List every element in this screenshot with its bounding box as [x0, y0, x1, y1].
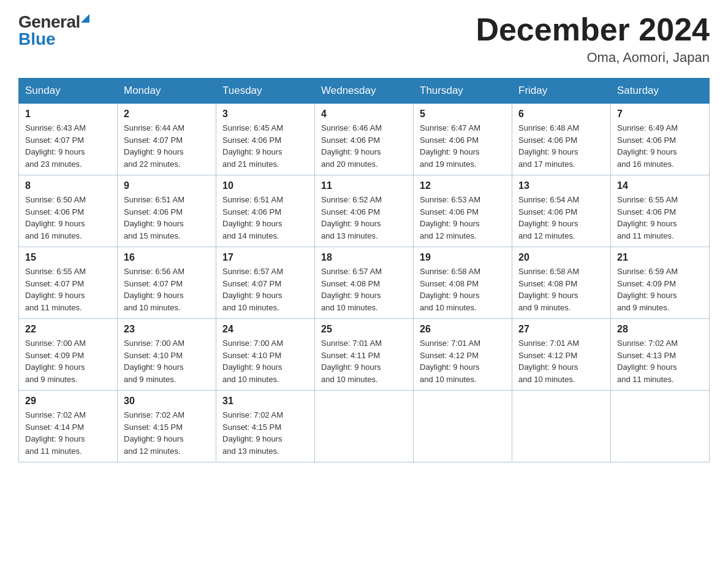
day-info: Sunrise: 7:00 AM Sunset: 4:10 PM Dayligh…	[124, 337, 210, 385]
calendar-week-row: 22 Sunrise: 7:00 AM Sunset: 4:09 PM Dayl…	[19, 319, 710, 391]
day-number: 26	[420, 324, 506, 335]
calendar-header-row: SundayMondayTuesdayWednesdayThursdayFrid…	[19, 79, 710, 104]
day-number: 6	[518, 109, 604, 120]
day-number: 21	[617, 252, 703, 263]
page-header: General Blue December 2024 Oma, Aomori, …	[18, 12, 710, 66]
day-info: Sunrise: 6:59 AM Sunset: 4:09 PM Dayligh…	[617, 266, 703, 313]
day-info: Sunrise: 7:02 AM Sunset: 4:13 PM Dayligh…	[617, 337, 703, 385]
day-number: 1	[25, 109, 111, 120]
day-number: 24	[222, 324, 308, 335]
day-number: 15	[25, 252, 111, 263]
day-number: 27	[518, 324, 604, 335]
calendar-day-cell: 4 Sunrise: 6:46 AM Sunset: 4:06 PM Dayli…	[315, 104, 414, 175]
day-info: Sunrise: 6:57 AM Sunset: 4:07 PM Dayligh…	[222, 266, 308, 313]
day-number: 2	[124, 109, 210, 120]
calendar-day-cell	[414, 391, 512, 462]
calendar-day-cell: 25 Sunrise: 7:01 AM Sunset: 4:11 PM Dayl…	[315, 319, 414, 391]
day-info: Sunrise: 6:53 AM Sunset: 4:06 PM Dayligh…	[420, 194, 506, 242]
calendar-day-cell: 6 Sunrise: 6:48 AM Sunset: 4:06 PM Dayli…	[512, 104, 611, 175]
day-info: Sunrise: 7:00 AM Sunset: 4:09 PM Dayligh…	[25, 337, 111, 385]
day-number: 4	[321, 109, 407, 120]
calendar-day-cell: 31 Sunrise: 7:02 AM Sunset: 4:15 PM Dayl…	[216, 391, 315, 462]
day-number: 18	[321, 252, 407, 263]
calendar-day-cell: 28 Sunrise: 7:02 AM Sunset: 4:13 PM Dayl…	[611, 319, 710, 391]
day-number: 19	[420, 252, 506, 263]
calendar-day-cell: 23 Sunrise: 7:00 AM Sunset: 4:10 PM Dayl…	[118, 319, 216, 391]
calendar-day-cell: 7 Sunrise: 6:49 AM Sunset: 4:06 PM Dayli…	[611, 104, 710, 175]
day-info: Sunrise: 6:55 AM Sunset: 4:06 PM Dayligh…	[617, 194, 703, 242]
day-info: Sunrise: 6:56 AM Sunset: 4:07 PM Dayligh…	[124, 266, 210, 313]
weekday-header: Wednesday	[315, 79, 414, 104]
day-info: Sunrise: 6:51 AM Sunset: 4:06 PM Dayligh…	[222, 194, 308, 242]
logo: General Blue	[18, 12, 89, 49]
weekday-header: Monday	[118, 79, 216, 104]
day-number: 31	[222, 396, 308, 407]
calendar-day-cell: 27 Sunrise: 7:01 AM Sunset: 4:12 PM Dayl…	[512, 319, 611, 391]
calendar-day-cell: 20 Sunrise: 6:58 AM Sunset: 4:08 PM Dayl…	[512, 247, 611, 319]
calendar-day-cell: 22 Sunrise: 7:00 AM Sunset: 4:09 PM Dayl…	[19, 319, 118, 391]
calendar-week-row: 15 Sunrise: 6:55 AM Sunset: 4:07 PM Dayl…	[19, 247, 710, 319]
day-number: 8	[25, 180, 111, 191]
logo-triangle-icon	[81, 14, 89, 23]
weekday-header: Sunday	[19, 79, 118, 104]
day-number: 25	[321, 324, 407, 335]
calendar-day-cell: 21 Sunrise: 6:59 AM Sunset: 4:09 PM Dayl…	[611, 247, 710, 319]
calendar-day-cell: 12 Sunrise: 6:53 AM Sunset: 4:06 PM Dayl…	[414, 175, 512, 247]
calendar-day-cell	[512, 391, 611, 462]
day-number: 10	[222, 180, 308, 191]
calendar-day-cell: 19 Sunrise: 6:58 AM Sunset: 4:08 PM Dayl…	[414, 247, 512, 319]
day-info: Sunrise: 6:58 AM Sunset: 4:08 PM Dayligh…	[420, 266, 506, 313]
calendar-day-cell: 24 Sunrise: 7:00 AM Sunset: 4:10 PM Dayl…	[216, 319, 315, 391]
day-info: Sunrise: 6:46 AM Sunset: 4:06 PM Dayligh…	[321, 122, 407, 170]
day-number: 13	[518, 180, 604, 191]
day-number: 16	[124, 252, 210, 263]
calendar-day-cell: 17 Sunrise: 6:57 AM Sunset: 4:07 PM Dayl…	[216, 247, 315, 319]
calendar-day-cell: 16 Sunrise: 6:56 AM Sunset: 4:07 PM Dayl…	[118, 247, 216, 319]
calendar-day-cell: 15 Sunrise: 6:55 AM Sunset: 4:07 PM Dayl…	[19, 247, 118, 319]
day-info: Sunrise: 6:44 AM Sunset: 4:07 PM Dayligh…	[124, 122, 210, 170]
day-number: 11	[321, 180, 407, 191]
location-title: Oma, Aomori, Japan	[476, 50, 710, 66]
calendar-week-row: 1 Sunrise: 6:43 AM Sunset: 4:07 PM Dayli…	[19, 104, 710, 175]
calendar-day-cell: 26 Sunrise: 7:01 AM Sunset: 4:12 PM Dayl…	[414, 319, 512, 391]
day-info: Sunrise: 6:47 AM Sunset: 4:06 PM Dayligh…	[420, 122, 506, 170]
calendar-week-row: 8 Sunrise: 6:50 AM Sunset: 4:06 PM Dayli…	[19, 175, 710, 247]
day-info: Sunrise: 6:55 AM Sunset: 4:07 PM Dayligh…	[25, 266, 111, 313]
calendar-day-cell: 9 Sunrise: 6:51 AM Sunset: 4:06 PM Dayli…	[118, 175, 216, 247]
weekday-header: Friday	[512, 79, 611, 104]
day-info: Sunrise: 6:45 AM Sunset: 4:06 PM Dayligh…	[222, 122, 308, 170]
calendar-day-cell: 1 Sunrise: 6:43 AM Sunset: 4:07 PM Dayli…	[19, 104, 118, 175]
day-number: 29	[25, 396, 111, 407]
calendar-day-cell: 14 Sunrise: 6:55 AM Sunset: 4:06 PM Dayl…	[611, 175, 710, 247]
day-number: 28	[617, 324, 703, 335]
calendar-table: SundayMondayTuesdayWednesdayThursdayFrid…	[18, 78, 710, 462]
calendar-day-cell: 10 Sunrise: 6:51 AM Sunset: 4:06 PM Dayl…	[216, 175, 315, 247]
calendar-day-cell: 8 Sunrise: 6:50 AM Sunset: 4:06 PM Dayli…	[19, 175, 118, 247]
day-info: Sunrise: 7:02 AM Sunset: 4:14 PM Dayligh…	[25, 409, 111, 457]
day-info: Sunrise: 6:43 AM Sunset: 4:07 PM Dayligh…	[25, 122, 111, 170]
calendar-day-cell: 2 Sunrise: 6:44 AM Sunset: 4:07 PM Dayli…	[118, 104, 216, 175]
day-info: Sunrise: 6:50 AM Sunset: 4:06 PM Dayligh…	[25, 194, 111, 242]
day-number: 3	[222, 109, 308, 120]
day-info: Sunrise: 6:54 AM Sunset: 4:06 PM Dayligh…	[518, 194, 604, 242]
day-number: 9	[124, 180, 210, 191]
calendar-day-cell: 11 Sunrise: 6:52 AM Sunset: 4:06 PM Dayl…	[315, 175, 414, 247]
day-info: Sunrise: 6:49 AM Sunset: 4:06 PM Dayligh…	[617, 122, 703, 170]
calendar-day-cell: 5 Sunrise: 6:47 AM Sunset: 4:06 PM Dayli…	[414, 104, 512, 175]
calendar-day-cell: 30 Sunrise: 7:02 AM Sunset: 4:15 PM Dayl…	[118, 391, 216, 462]
day-info: Sunrise: 7:02 AM Sunset: 4:15 PM Dayligh…	[124, 409, 210, 457]
day-info: Sunrise: 6:57 AM Sunset: 4:08 PM Dayligh…	[321, 266, 407, 313]
day-info: Sunrise: 6:52 AM Sunset: 4:06 PM Dayligh…	[321, 194, 407, 242]
day-info: Sunrise: 6:51 AM Sunset: 4:06 PM Dayligh…	[124, 194, 210, 242]
month-title: December 2024	[476, 12, 710, 47]
day-info: Sunrise: 7:01 AM Sunset: 4:12 PM Dayligh…	[518, 337, 604, 385]
day-info: Sunrise: 7:01 AM Sunset: 4:11 PM Dayligh…	[321, 337, 407, 385]
day-number: 5	[420, 109, 506, 120]
day-info: Sunrise: 7:01 AM Sunset: 4:12 PM Dayligh…	[420, 337, 506, 385]
day-number: 20	[518, 252, 604, 263]
weekday-header: Saturday	[611, 79, 710, 104]
day-number: 14	[617, 180, 703, 191]
day-info: Sunrise: 6:58 AM Sunset: 4:08 PM Dayligh…	[518, 266, 604, 313]
logo-blue-text: Blue	[18, 29, 56, 49]
title-area: December 2024 Oma, Aomori, Japan	[476, 12, 710, 66]
